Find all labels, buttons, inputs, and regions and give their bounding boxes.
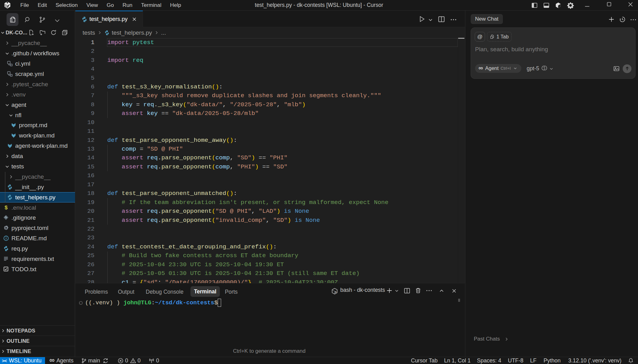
svg-text:$: $: [335, 291, 337, 293]
